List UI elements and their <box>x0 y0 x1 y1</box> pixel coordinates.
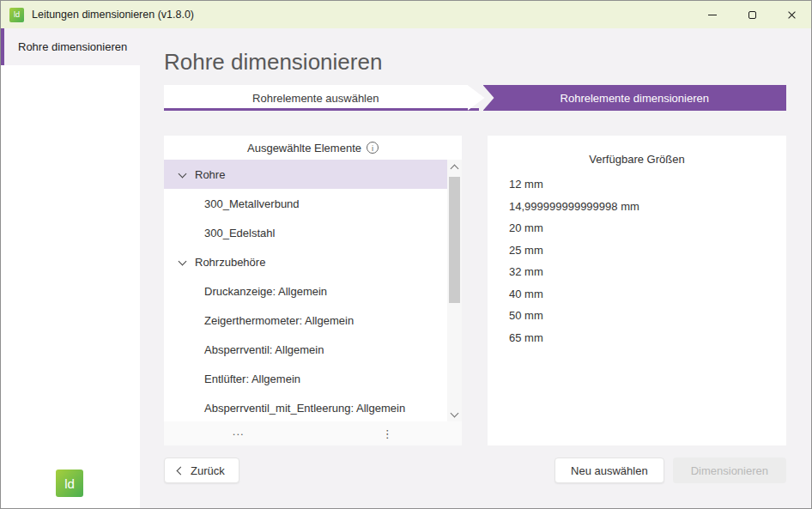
tree-row[interactable]: 300_Edelstahl <box>164 218 447 247</box>
wizard-step[interactable]: Rohrelemente dimensionieren <box>483 85 787 111</box>
bottom-bar: Zurück Neu auswählen Dimensionieren <box>164 457 786 483</box>
minimize-icon <box>708 15 717 15</box>
size-row: 40 mm <box>509 283 786 306</box>
size-row: 25 mm <box>509 239 786 262</box>
maximize-button[interactable] <box>732 1 772 28</box>
scroll-down-icon[interactable] <box>447 407 462 421</box>
app-logo: ld <box>56 470 83 497</box>
back-button[interactable]: Zurück <box>164 457 239 483</box>
size-row: 14,999999999999998 mm <box>509 196 786 218</box>
tree-row-label: Absperrventil: Allgemein <box>204 343 324 356</box>
maximize-icon <box>748 11 756 19</box>
tree-row-label: Rohre <box>195 168 225 181</box>
available-sizes-title: Verfügbare Größen <box>488 153 786 166</box>
action-buttons: Neu auswählen Dimensionieren <box>554 457 786 483</box>
main-content: Rohre dimensionieren Rohrelemente auswäh… <box>140 28 811 508</box>
size-row: 65 mm <box>509 327 786 349</box>
tree-row[interactable]: Rohrzubehöre <box>164 247 447 276</box>
tree-row[interactable]: Entlüfter: Allgemein <box>164 364 447 393</box>
wizard-step[interactable]: Rohrelemente auswählen <box>164 85 468 111</box>
sidebar: Rohre dimensionieren ld <box>1 28 140 509</box>
available-sizes-panel: Verfügbare Größen 12 mm14,99999999999999… <box>488 136 786 445</box>
page-title: Rohre dimensionieren <box>164 49 786 75</box>
tree-row[interactable]: Absperrventil: Allgemein <box>164 335 447 364</box>
selected-elements-header: Ausgewählte Elemente i <box>164 136 462 160</box>
chevron-left-icon <box>176 467 183 475</box>
scroll-up-icon[interactable] <box>447 160 462 174</box>
tree-row[interactable]: Absperrventil_mit_Entleerung: Allgemein <box>164 393 447 421</box>
tree-row-label: Rohrzubehöre <box>195 256 265 269</box>
dimension-button: Dimensionieren <box>673 457 786 483</box>
tree-row-label: 300_Metallverbund <box>204 197 300 210</box>
tree-row[interactable]: Rohre <box>164 160 447 189</box>
app-window: ld Leitungen dimensionieren (v1.8.0) Roh… <box>0 0 812 509</box>
more-vertical-button[interactable]: ⋮ <box>313 421 463 445</box>
tree-row[interactable]: Zeigerthermometer: Allgemein <box>164 306 447 335</box>
selected-elements-panel: Ausgewählte Elemente i Rohre 300_Metallv… <box>164 136 462 445</box>
wizard-step-label: Rohrelemente dimensionieren <box>561 92 709 105</box>
element-tree: Rohre 300_Metallverbund 300_Edelstahl Ro… <box>164 160 447 421</box>
sizes-list: 12 mm14,999999999999998 mm20 mm25 mm32 m… <box>488 173 786 348</box>
tree-row-label: Druckanzeige: Allgemein <box>204 285 327 298</box>
close-icon <box>787 10 797 20</box>
sidebar-item-rohre-dimensionieren[interactable]: Rohre dimensionieren <box>1 28 140 65</box>
tree-row-label: Entlüfter: Allgemein <box>204 373 300 385</box>
tree-footer: ... ⋮ <box>164 421 462 445</box>
wizard-step-label: Rohrelemente auswählen <box>252 92 379 105</box>
tree-row-label: 300_Edelstahl <box>204 227 275 239</box>
size-row: 20 mm <box>509 217 786 239</box>
minimize-button[interactable] <box>693 1 732 28</box>
tree-row[interactable]: 300_Metallverbund <box>164 189 447 218</box>
size-row: 50 mm <box>509 305 786 327</box>
back-button-label: Zurück <box>191 464 225 477</box>
panels: Ausgewählte Elemente i Rohre 300_Metallv… <box>164 136 786 445</box>
scrollbar-thumb[interactable] <box>449 177 460 303</box>
chevron-down-icon[interactable] <box>177 169 188 180</box>
titlebar[interactable]: ld Leitungen dimensionieren (v1.8.0) <box>1 1 811 28</box>
app-icon: ld <box>9 8 24 22</box>
tree-row[interactable]: Druckanzeige: Allgemein <box>164 276 447 306</box>
wizard-steps: Rohrelemente auswählen Rohrelemente dime… <box>164 85 786 111</box>
more-horizontal-button[interactable]: ... <box>164 421 313 445</box>
close-button[interactable] <box>772 1 811 28</box>
new-selection-button[interactable]: Neu auswählen <box>554 457 664 483</box>
size-row: 12 mm <box>509 173 786 196</box>
tree-row-label: Zeigerthermometer: Allgemein <box>204 314 354 327</box>
window-controls <box>693 1 811 28</box>
tree-row-label: Absperrventil_mit_Entleerung: Allgemein <box>204 402 405 415</box>
chevron-down-icon[interactable] <box>177 257 188 268</box>
tree-scrollbar[interactable] <box>447 160 462 421</box>
window-title: Leitungen dimensionieren (v1.8.0) <box>32 9 194 21</box>
info-icon[interactable]: i <box>367 142 379 154</box>
selected-elements-title: Ausgewählte Elemente <box>247 142 361 155</box>
size-row: 32 mm <box>509 261 786 283</box>
